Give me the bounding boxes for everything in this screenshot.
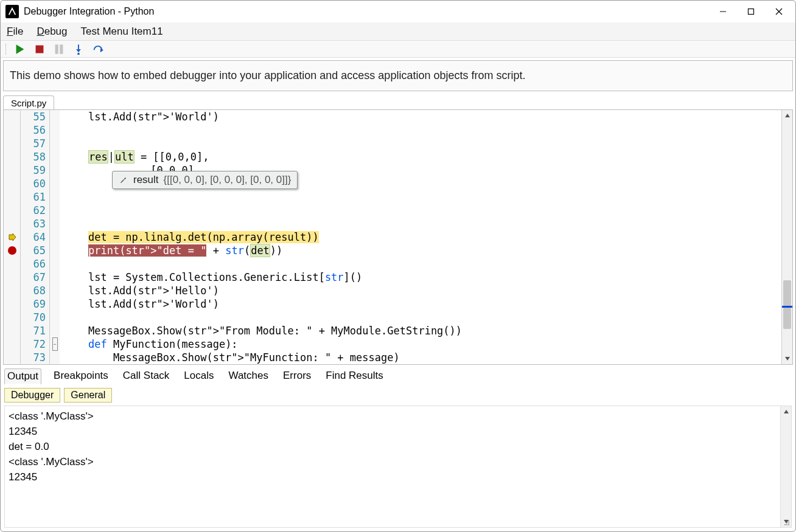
output-text[interactable]: <class '.MyClass'> 12345 det = 0.0 <clas…	[5, 406, 791, 527]
svg-rect-5	[36, 45, 44, 53]
subtab-general[interactable]: General	[64, 388, 112, 402]
svg-marker-15	[784, 410, 789, 413]
output-scrollbar[interactable]	[780, 406, 791, 527]
tooltip-name: result	[133, 174, 159, 186]
resize-grip-icon[interactable]	[784, 520, 790, 526]
svg-rect-7	[60, 44, 63, 54]
svg-marker-9	[76, 49, 81, 52]
bottom-tab-breakpoints[interactable]: Breakpoints	[51, 368, 111, 385]
menu-test[interactable]: Test Menu Item11	[81, 26, 163, 38]
menu-debug[interactable]: Debug	[37, 26, 67, 38]
titlebar: Debugger Integration - Python	[1, 1, 795, 22]
svg-point-10	[77, 52, 80, 54]
info-bar: This demo shows how to embed debugger in…	[3, 60, 793, 91]
editor-scrollbar[interactable]	[781, 110, 792, 364]
subtab-debugger[interactable]: Debugger	[4, 388, 60, 402]
step-into-icon[interactable]	[73, 44, 84, 55]
bottom-tab-find-results[interactable]: Find Results	[323, 368, 385, 385]
output-panel: <class '.MyClass'> 12345 det = 0.0 <clas…	[4, 406, 792, 528]
stop-icon[interactable]	[34, 44, 45, 55]
pause-icon	[54, 44, 65, 55]
scrollbar-mark	[782, 306, 792, 308]
menubar: File Debug Test Menu Item11	[1, 22, 795, 41]
wrench-icon	[119, 175, 128, 185]
app-icon	[5, 5, 19, 18]
minimize-button[interactable]	[709, 2, 737, 21]
svg-point-20	[784, 524, 786, 525]
step-over-icon[interactable]	[93, 44, 103, 55]
maximize-button[interactable]	[737, 2, 765, 21]
svg-rect-6	[55, 44, 58, 54]
svg-point-19	[788, 522, 789, 523]
svg-point-18	[786, 522, 787, 523]
bottom-tab-errors[interactable]: Errors	[281, 368, 313, 385]
svg-rect-1	[749, 9, 754, 15]
svg-marker-4	[16, 44, 24, 54]
run-icon[interactable]	[15, 44, 26, 55]
svg-point-17	[788, 520, 789, 522]
bottom-tab-output[interactable]: Output	[4, 368, 41, 385]
output-subtabs: DebuggerGeneral	[1, 386, 795, 404]
code-editor[interactable]: 55565758596061626364656667686970717273 −…	[3, 109, 793, 365]
file-tab-script[interactable]: Script.py	[3, 95, 54, 109]
svg-marker-13	[785, 114, 790, 117]
file-tabs: Script.py	[1, 94, 795, 109]
window-title: Debugger Integration - Python	[24, 6, 709, 17]
bottom-tabs: OutputBreakpointsCall StackLocalsWatches…	[1, 365, 795, 386]
bottom-tab-call-stack[interactable]: Call Stack	[120, 368, 172, 385]
debug-tooltip: result {[[0, 0, 0], [0, 0, 0], [0, 0, 0]…	[112, 171, 298, 189]
scrollbar-thumb[interactable]	[783, 280, 791, 329]
svg-marker-12	[9, 233, 16, 241]
svg-point-22	[788, 524, 789, 525]
bottom-tab-watches[interactable]: Watches	[226, 368, 271, 385]
tooltip-value: {[[0, 0, 0], [0, 0, 0], [0, 0, 0]]}	[164, 174, 292, 186]
menu-file[interactable]: File	[7, 26, 23, 38]
bottom-tab-locals[interactable]: Locals	[181, 368, 216, 385]
toolbar	[1, 41, 795, 58]
svg-marker-14	[785, 357, 790, 361]
svg-point-21	[786, 524, 787, 525]
close-button[interactable]	[765, 2, 793, 21]
